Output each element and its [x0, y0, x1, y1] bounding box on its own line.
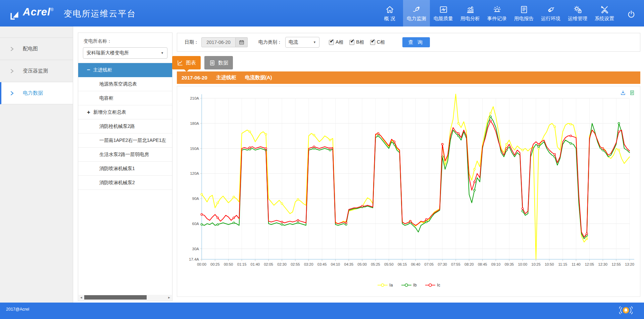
- nav-item-system-settings[interactable]: 系统设置: [591, 0, 618, 26]
- power-icon: [627, 10, 636, 18]
- nav-item-event-log[interactable]: 事件记录: [484, 0, 510, 26]
- nav-item-power-quality[interactable]: 电能质量: [430, 0, 457, 26]
- tree-item-8[interactable]: 消防喷淋机械泵1: [78, 162, 172, 176]
- nav-item-usage-report[interactable]: 用电报告: [510, 0, 537, 26]
- date-input[interactable]: [201, 37, 236, 47]
- legend-item-Ic[interactable]: Ic: [425, 283, 440, 287]
- category-select[interactable]: 电流 ▼: [285, 37, 319, 48]
- legend-label: Ia: [389, 283, 393, 287]
- series-marker-Ic: [490, 120, 491, 122]
- x-axis-label: 05:50: [384, 262, 394, 266]
- logout-power-button[interactable]: [625, 7, 638, 21]
- tree-item-2[interactable]: 地源热泵空调总表: [78, 77, 172, 91]
- series-marker-Ia: [217, 202, 218, 204]
- series-marker-Ib: [297, 222, 299, 224]
- substation-select[interactable]: 安科瑞新大楼变电所 ▼: [83, 47, 167, 59]
- scrollbar-thumb[interactable]: [84, 295, 147, 300]
- tree-item-5[interactable]: 消防栓机械泵2路: [78, 119, 172, 134]
- main-nav: 概 况电力监测电能质量用电分析事件记录用电报告运行环境运维管理系统设置: [376, 0, 618, 26]
- download-button[interactable]: [620, 90, 627, 96]
- tab-data[interactable]: 数据: [204, 56, 233, 69]
- app-header: Acrel ® 变电所运维云平台 概 况电力监测电能质量用电分析事件记录用电报告…: [0, 0, 644, 26]
- series-marker-Ic: [281, 221, 283, 223]
- nav-item-ops-management[interactable]: 运维管理: [564, 0, 591, 26]
- phase-checkbox-0[interactable]: ✔A相: [329, 39, 343, 45]
- notification-bell-icon[interactable]: [619, 305, 633, 316]
- logo-text: Acrel: [23, 6, 51, 18]
- tree-item-9[interactable]: 消防喷淋机械泵2: [78, 176, 172, 190]
- legend-label: Ib: [413, 283, 416, 287]
- caret-down-icon: ▼: [161, 51, 164, 55]
- data-list-icon: [209, 60, 215, 66]
- sidebar-item-power-data[interactable]: 电力数据: [0, 82, 73, 104]
- report-icon: [519, 5, 529, 14]
- scroll-left-arrow-icon[interactable]: ◄: [79, 295, 84, 300]
- series-marker-Ib: [201, 224, 202, 225]
- series-marker-Ia: [474, 168, 475, 170]
- collapse-icon[interactable]: −: [87, 67, 90, 73]
- x-axis-label: 01:40: [251, 262, 260, 266]
- x-axis-label: 05:25: [371, 262, 380, 266]
- series-marker-Ia: [201, 194, 202, 195]
- nav-item-usage-analysis[interactable]: 用电分析: [457, 0, 484, 26]
- nav-item-power-monitor[interactable]: 电力监测: [403, 0, 430, 26]
- legend-item-Ia[interactable]: Ia: [378, 283, 393, 287]
- analysis-icon: [466, 5, 475, 14]
- legend-swatch-icon: [378, 283, 388, 287]
- expand-icon[interactable]: +: [87, 109, 90, 116]
- series-marker-Ic: [618, 131, 620, 132]
- x-axis-label: 09:35: [505, 262, 514, 266]
- nav-item-environment[interactable]: 运行环境: [537, 0, 564, 26]
- legend-item-Ib[interactable]: Ib: [401, 283, 416, 287]
- series-marker-Ib: [281, 224, 283, 225]
- x-axis-label: 04:35: [344, 262, 354, 266]
- x-axis-label: 03:45: [317, 262, 327, 266]
- legend-swatch-icon: [425, 283, 435, 287]
- category-label: 电力类别：: [258, 39, 282, 45]
- date-label: 日期：: [185, 39, 199, 45]
- tab-chart[interactable]: 图表: [172, 56, 201, 69]
- x-axis-label: 11:15: [558, 262, 567, 266]
- brand: Acrel ® 变电所运维云平台: [10, 6, 136, 21]
- tree-item-6[interactable]: 一层南1APE2右一层北1APE1左: [78, 134, 172, 148]
- series-marker-Ic: [570, 135, 572, 137]
- logo-registered-mark: ®: [51, 7, 54, 12]
- tree-item-1[interactable]: −主进线柜: [78, 63, 172, 77]
- series-marker-Ia: [618, 149, 620, 151]
- sidebar-item-label: 电力数据: [23, 90, 43, 96]
- phase-checkbox-1[interactable]: ✔B相: [349, 39, 364, 45]
- current-line-chart: 00:0000:2500:5001:1501:4002:0502:3002:55…: [177, 86, 641, 278]
- view-data-button[interactable]: [629, 90, 636, 96]
- ops-icon: [573, 5, 582, 14]
- series-marker-Ib: [377, 135, 379, 137]
- sidebar-item-transformer-monitor[interactable]: 变压器监测: [0, 60, 73, 82]
- scroll-right-arrow-icon[interactable]: ►: [166, 295, 172, 300]
- sidebar-item-distribution-map[interactable]: 配电图: [0, 38, 73, 60]
- phase-checkbox-2[interactable]: ✔C相: [370, 39, 385, 45]
- checkbox-checked-icon[interactable]: ✔: [329, 40, 334, 45]
- tree-item-4[interactable]: +新增分立柜总表: [78, 105, 172, 119]
- checkbox-checked-icon[interactable]: ✔: [349, 40, 354, 45]
- nav-item-overview[interactable]: 概 况: [376, 0, 403, 26]
- substation-select-value: 安科瑞新大楼变电所: [87, 50, 129, 56]
- tree-item-label: 消防喷淋机械泵2: [99, 180, 135, 186]
- acrel-logo-icon: [10, 9, 21, 21]
- chart-actions: [618, 90, 636, 96]
- series-marker-Ia: [522, 149, 524, 151]
- report-icon: [519, 5, 529, 14]
- phase-label: A相: [336, 39, 343, 45]
- tree-item-3[interactable]: 电容柜: [78, 91, 172, 105]
- result-banner: 2017-06-20 主进线柜 电流数据(A): [177, 71, 640, 84]
- series-marker-Ia: [233, 196, 235, 198]
- copyright-text: 2017@Acrel: [6, 307, 29, 312]
- tree-item-7[interactable]: 生活水泵2路一层弱电房: [78, 148, 172, 162]
- nav-item-label: 概 况: [384, 15, 395, 22]
- banner-date: 2017-06-20: [182, 75, 207, 81]
- query-button[interactable]: 查 询: [402, 37, 430, 47]
- series-marker-Ic: [265, 148, 267, 149]
- calendar-button[interactable]: [236, 37, 248, 47]
- checkbox-checked-icon[interactable]: ✔: [370, 40, 375, 45]
- series-marker-Ic: [522, 208, 524, 209]
- nav-item-label: 系统设置: [595, 15, 614, 22]
- series-marker-Ib: [457, 135, 459, 137]
